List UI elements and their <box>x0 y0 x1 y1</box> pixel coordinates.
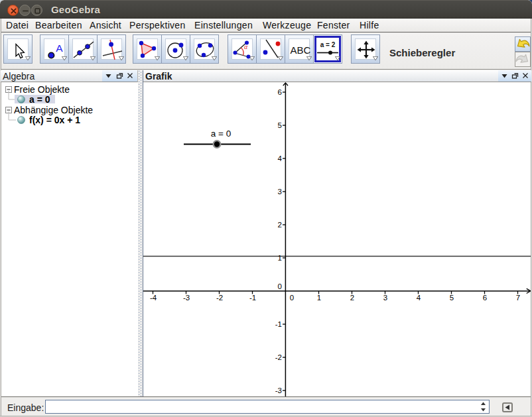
svg-text:-2: -2 <box>216 294 223 302</box>
svg-text:-3: -3 <box>183 294 190 302</box>
svg-text:-1: -1 <box>249 294 256 302</box>
svg-text:2: 2 <box>350 294 354 302</box>
svg-text:-1: -1 <box>275 320 282 328</box>
svg-text:7: 7 <box>516 294 520 302</box>
svg-text:A: A <box>56 42 63 54</box>
svg-text:6: 6 <box>278 88 282 96</box>
svg-text:2: 2 <box>278 221 282 229</box>
svg-text:3: 3 <box>278 188 282 196</box>
svg-text:4: 4 <box>417 294 421 302</box>
svg-text:ABC: ABC <box>291 44 311 56</box>
svg-text:a = 2: a = 2 <box>320 41 336 48</box>
svg-text:1: 1 <box>278 254 282 262</box>
svg-text:4: 4 <box>278 154 283 162</box>
svg-text:6: 6 <box>483 294 487 302</box>
svg-text:a = 0: a = 0 <box>211 129 231 139</box>
svg-text:3: 3 <box>383 294 387 302</box>
svg-text:5: 5 <box>278 121 282 129</box>
svg-text:0: 0 <box>278 282 282 290</box>
svg-text:-2: -2 <box>275 353 282 361</box>
svg-text:-4: -4 <box>150 294 157 302</box>
svg-text:0: 0 <box>290 294 294 302</box>
svg-text:-3: -3 <box>275 387 282 394</box>
svg-text:1: 1 <box>317 294 321 302</box>
svg-text:5: 5 <box>450 294 454 302</box>
